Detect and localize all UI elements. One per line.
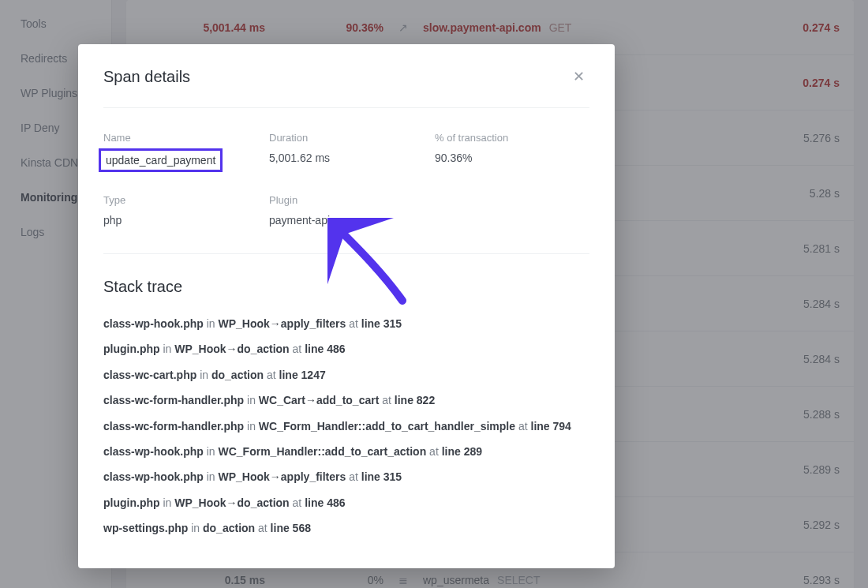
close-icon[interactable]: ✕ xyxy=(568,66,589,87)
field-type-label: Type xyxy=(103,194,269,206)
stack-trace-line: class-wc-form-handler.php in WC_Form_Han… xyxy=(103,418,589,435)
stack-trace-line: class-wp-hook.php in WP_Hook→apply_filte… xyxy=(103,315,589,332)
span-fields: Name update_card_payment Duration 5,001.… xyxy=(103,108,589,254)
span-details-modal: Span details ✕ Name update_card_payment … xyxy=(78,44,615,568)
stack-trace-line: plugin.php in WP_Hook→do_action at line … xyxy=(103,340,589,358)
field-percent: % of transaction 90.36% xyxy=(435,132,589,172)
field-plugin-value: payment-api xyxy=(269,214,435,227)
stack-trace-line: class-wp-hook.php in WC_Form_Handler::ad… xyxy=(103,443,589,460)
field-type: Type php xyxy=(103,194,269,227)
field-name-value: update_card_payment xyxy=(99,148,223,172)
field-type-value: php xyxy=(103,214,269,227)
field-percent-label: % of transaction xyxy=(435,132,589,144)
field-duration-label: Duration xyxy=(269,132,435,144)
field-plugin-label: Plugin xyxy=(269,194,435,206)
stack-trace-line: plugin.php in WP_Hook→do_action at line … xyxy=(103,494,589,511)
field-plugin: Plugin payment-api xyxy=(269,194,435,227)
modal-title: Span details xyxy=(103,68,190,86)
field-duration-value: 5,001.62 ms xyxy=(269,152,435,164)
stack-trace-line: wp-settings.php in do_action at line 568 xyxy=(103,519,589,537)
stack-trace-line: class-wp-hook.php in WP_Hook→apply_filte… xyxy=(103,468,589,485)
stack-trace-title: Stack trace xyxy=(103,278,589,296)
modal-header: Span details ✕ xyxy=(103,44,589,108)
field-name-label: Name xyxy=(103,132,269,144)
field-name: Name update_card_payment xyxy=(103,132,269,172)
stack-trace-section: Stack trace class-wp-hook.php in WP_Hook… xyxy=(103,254,589,553)
stack-trace-line: class-wc-cart.php in do_action at line 1… xyxy=(103,366,589,384)
field-percent-value: 90.36% xyxy=(435,152,589,164)
stack-trace-list: class-wp-hook.php in WP_Hook→apply_filte… xyxy=(103,315,589,537)
stack-trace-line: class-wc-form-handler.php in WC_Cart→add… xyxy=(103,391,589,409)
field-duration: Duration 5,001.62 ms xyxy=(269,132,435,172)
